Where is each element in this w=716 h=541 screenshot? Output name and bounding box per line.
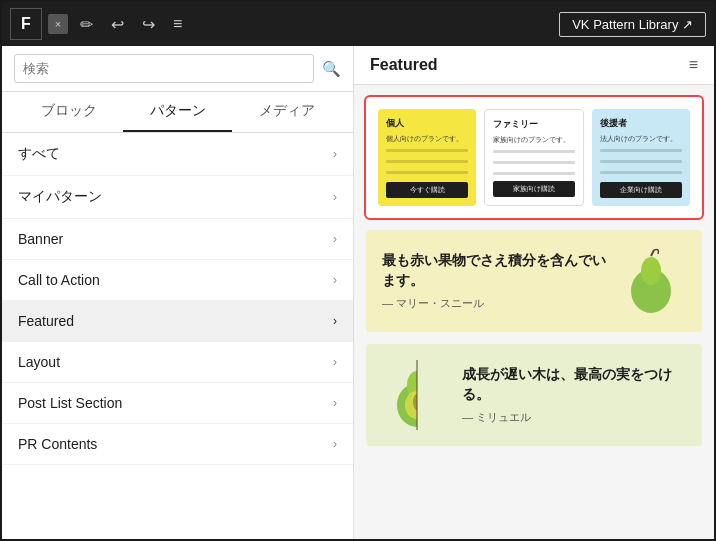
search-input[interactable] [14,54,314,83]
pricing-col-title-successor: 後援者 [600,117,682,130]
tab-media[interactable]: メディア [232,92,341,132]
quote-text-area-2: 成長が遅い木は、最高の実をつける。 ― ミリュエル [462,365,686,425]
quote-text-area-1: 最も赤い果物でさえ積分を含んでいます。 ― マリー・スニール [382,251,606,311]
pricing-col-title-family: ファミリー [493,118,575,131]
svg-line-2 [651,250,654,256]
content-title: Featured [370,56,438,74]
chevron-right-icon: › [333,355,337,369]
quote-main-text-1: 最も赤い果物でさえ積分を含んでいます。 [382,251,606,290]
pricing-col-title-individual: 個人 [386,117,468,130]
pricing-line [493,161,575,164]
sidebar-item-featured[interactable]: Featured › [2,301,353,342]
pricing-line [600,160,682,163]
content-header: Featured ≡ [354,46,714,85]
pricing-line [493,150,575,153]
quote-card-1-inner: 最も赤い果物でさえ積分を含んでいます。 ― マリー・スニール [366,230,702,332]
quote-card-2[interactable]: 成長が遅い木は、最高の実をつける。 ― ミリュエル [366,344,702,446]
logo: F [10,8,42,40]
sidebar-item-banner[interactable]: Banner › [2,219,353,260]
filter-icon[interactable]: ≡ [689,56,698,74]
sidebar-item-pr-contents[interactable]: PR Contents › [2,424,353,465]
pricing-col-subtitle-individual: 個人向けのプランです。 [386,134,468,143]
nav-list: すべて › マイパターン › Banner › Call to Action ›… [2,133,353,541]
tab-patterns[interactable]: パターン [123,92,232,132]
chevron-right-icon: › [333,273,337,287]
pricing-cta-family: 家族向け購読 [493,181,575,197]
chevron-right-icon: › [333,232,337,246]
content-scroll[interactable]: 個人 個人向けのプランです。 今すぐ購読 ファミリー 家族向けのプランです。 [354,85,714,541]
pricing-col-individual: 個人 個人向けのプランです。 今すぐ購読 [378,109,476,206]
chevron-right-icon: › [333,314,337,328]
search-bar: 🔍 [2,46,353,92]
content-panel: Featured ≡ 個人 個人向けのプランです。 今すぐ購読 [354,46,714,541]
pricing-line [600,149,682,152]
pattern-library-button[interactable]: VK Pattern Library ↗ [559,12,706,37]
pricing-pattern-card[interactable]: 個人 個人向けのプランです。 今すぐ購読 ファミリー 家族向けのプランです。 [366,97,702,218]
pricing-preview: 個人 個人向けのプランです。 今すぐ購読 ファミリー 家族向けのプランです。 [366,97,702,218]
chevron-right-icon: › [333,437,337,451]
search-icon[interactable]: 🔍 [322,60,341,78]
sidebar-item-my-patterns[interactable]: マイパターン › [2,176,353,219]
quote-card-1[interactable]: 最も赤い果物でさえ積分を含んでいます。 ― マリー・スニール [366,230,702,332]
sidebar-item-post-list-section[interactable]: Post List Section › [2,383,353,424]
sidebar-item-layout[interactable]: Layout › [2,342,353,383]
pricing-col-subtitle-family: 家族向けのプランです。 [493,135,575,144]
undo-icon[interactable]: ↩ [105,11,130,38]
sidebar-item-all[interactable]: すべて › [2,133,353,176]
tab-blocks[interactable]: ブロック [14,92,123,132]
pear-half-image [382,360,452,430]
quote-main-text-2: 成長が遅い木は、最高の実をつける。 [462,365,686,404]
chevron-right-icon: › [333,396,337,410]
pricing-line [493,172,575,175]
pricing-cta-individual: 今すぐ購読 [386,182,468,198]
edit-icon[interactable]: ✏ [74,11,99,38]
quote-author-1: ― マリー・スニール [382,296,606,311]
chevron-right-icon: › [333,147,337,161]
pricing-col-subtitle-successor: 法人向けのプランです。 [600,134,682,143]
svg-point-1 [641,257,661,285]
main-container: 🔍 ブロック パターン メディア すべて › マイパターン › Bann [2,46,714,541]
pear-image-1 [616,246,686,316]
sidebar: 🔍 ブロック パターン メディア すべて › マイパターン › Bann [2,46,354,541]
redo-icon[interactable]: ↪ [136,11,161,38]
tabs: ブロック パターン メディア [2,92,353,133]
pricing-col-successor: 後援者 法人向けのプランです。 企業向け購読 [592,109,690,206]
menu-icon[interactable]: ≡ [167,11,188,37]
pricing-col-family: ファミリー 家族向けのプランです。 家族向け購読 [484,109,584,206]
pricing-line [600,171,682,174]
quote-card-2-inner: 成長が遅い木は、最高の実をつける。 ― ミリュエル [366,344,702,446]
sidebar-item-call-to-action[interactable]: Call to Action › [2,260,353,301]
close-tab-button[interactable]: × [48,14,68,34]
chevron-right-icon: › [333,190,337,204]
quote-author-2: ― ミリュエル [462,410,686,425]
pricing-line [386,160,468,163]
pricing-cta-successor: 企業向け購読 [600,182,682,198]
toolbar: F × ✏ ↩ ↪ ≡ VK Pattern Library ↗ [2,2,714,46]
pricing-line [386,171,468,174]
pricing-line [386,149,468,152]
